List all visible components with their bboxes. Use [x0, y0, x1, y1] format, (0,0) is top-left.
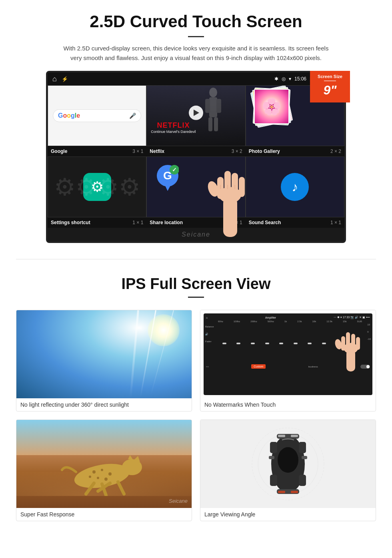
cheetah-svg — [54, 448, 154, 496]
google-size: 3 × 1 — [132, 149, 143, 154]
app-cell-sound[interactable]: ♪ — [246, 157, 344, 217]
svg-rect-49 — [302, 456, 307, 459]
section1-title: 2.5D Curved Touch Screen — [24, 12, 368, 31]
badge-divider — [324, 80, 336, 81]
cheetah-caption: Super Fast Response — [16, 508, 192, 521]
amp-title: Amplifier — [265, 316, 276, 319]
mic-icon[interactable]: 🎤 — [129, 112, 136, 119]
sunlight-card: No light reflecting under 360° direct su… — [16, 310, 192, 411]
svg-point-45 — [278, 447, 298, 473]
sound-size: 1 × 1 — [330, 220, 341, 225]
settings-inner: ⚙⚙⚙⚙ ⚙ — [48, 157, 146, 217]
netflix-play-button[interactable] — [189, 106, 203, 120]
svg-point-22 — [344, 343, 358, 353]
wifi-icon: ▾ — [289, 76, 291, 82]
badge-size: 9" — [312, 83, 348, 98]
section1-description: With 2.5D curved-display screen, this de… — [60, 44, 332, 63]
netflix-subtitle: Continue Marvel's Daredevil — [151, 130, 196, 134]
amp-icons: ⋯ ✱ ▾ 17:33 📷 🔊 ✕ ▣ ⟵ — [334, 316, 370, 319]
section1-curved-touch: 2.5D Curved Touch Screen With 2.5D curve… — [0, 0, 392, 251]
svg-marker-31 — [128, 455, 133, 460]
svg-rect-26 — [356, 337, 360, 350]
svg-marker-8 — [165, 185, 171, 191]
settings-label: Settings shortcut — [51, 220, 90, 225]
amp-screen: ⌂ Amplifier ⋯ ✱ ▾ 17:33 📷 🔊 ✕ ▣ ⟵ 60hz10… — [204, 313, 372, 395]
svg-point-41 — [89, 476, 91, 478]
svg-rect-24 — [346, 332, 350, 350]
seicane-watermark-1: Seicane — [48, 228, 344, 241]
app-label-row-2: Settings shortcut 1 × 1 Share location 1… — [48, 217, 344, 228]
app-cell-google[interactable]: Google 🎤 — [48, 85, 146, 146]
svg-rect-11 — [223, 197, 237, 237]
app-label-settings: Settings shortcut 1 × 1 — [48, 217, 146, 228]
share-label: Share location — [150, 220, 183, 225]
gmaps-icon: G ✓ — [157, 165, 179, 191]
svg-rect-1 — [209, 97, 217, 117]
google-logo: Google — [58, 112, 80, 119]
svg-rect-57 — [291, 491, 298, 493]
netflix-label: Netflix — [150, 149, 164, 154]
svg-rect-55 — [291, 435, 298, 437]
usb-icon: ⚡ — [62, 76, 68, 82]
svg-rect-23 — [341, 336, 345, 351]
gallery-stack-container: 🌸 — [249, 89, 294, 124]
google-inner: Google 🎤 — [48, 86, 146, 146]
hand-touch-icon — [203, 149, 251, 237]
svg-rect-16 — [239, 177, 245, 197]
svg-rect-52 — [270, 475, 277, 486]
gps-icon: ◎ — [282, 76, 286, 82]
car-caption: Large Viewing Angle — [200, 508, 376, 521]
svg-text:✓: ✓ — [172, 167, 177, 173]
amp-hand-icon — [332, 319, 364, 371]
google-label: Google — [51, 149, 67, 154]
cheetah-card: Seicane Super Fast Response — [16, 420, 192, 521]
app-label-gallery: Photo Gallery 2 × 2 — [246, 146, 344, 157]
app-grid-top: Google 🎤 — [48, 85, 344, 146]
amplifier-image: ⌂ Amplifier ⋯ ✱ ▾ 17:33 📷 🔊 ✕ ▣ ⟵ 60hz10… — [200, 310, 376, 398]
gallery-label: Photo Gallery — [249, 149, 280, 154]
amp-scale: 10 0 -10 — [367, 323, 371, 340]
time-display: 15:06 — [294, 76, 306, 82]
svg-rect-54 — [278, 435, 285, 437]
netflix-brand: NETFLIX — [151, 121, 196, 130]
svg-rect-50 — [270, 442, 277, 453]
svg-rect-53 — [299, 475, 306, 486]
svg-point-36 — [92, 470, 96, 474]
share-inner: G ✓ — [147, 157, 245, 217]
svg-point-40 — [104, 478, 108, 481]
cheetah-image: Seicane — [16, 420, 192, 508]
settings-bg-pattern: ⚙⚙⚙⚙ — [54, 173, 140, 201]
sound-inner: ♪ — [246, 157, 344, 217]
status-bar: ⌂ ⚡ ✱ ◎ ▾ 15:06 📷 🔊 ✕ ▣ — [48, 72, 344, 85]
device-screen: ⌂ ⚡ ✱ ◎ ▾ 15:06 📷 🔊 ✕ ▣ — [46, 71, 346, 243]
sunlight-caption: No light reflecting under 360° direct su… — [16, 398, 192, 411]
home-icon[interactable]: ⌂ — [52, 75, 57, 83]
daredevil-silhouette — [201, 88, 225, 132]
svg-point-38 — [108, 472, 112, 476]
svg-rect-25 — [351, 334, 355, 350]
svg-rect-48 — [269, 456, 274, 459]
svg-rect-3 — [216, 99, 221, 113]
bluetooth-icon: ✱ — [274, 76, 278, 82]
sunlight-image — [16, 310, 192, 398]
app-cell-netflix[interactable]: NETFLIX Continue Marvel's Daredevil — [146, 85, 245, 146]
app-cell-share[interactable]: G ✓ — [146, 157, 245, 217]
svg-line-35 — [118, 482, 124, 494]
amp-home-icon: ⌂ — [206, 316, 208, 319]
music-note-icon: ♪ — [292, 180, 298, 195]
svg-point-0 — [209, 88, 217, 97]
amp-custom-button[interactable]: Custom — [251, 364, 266, 369]
app-grid-bottom: ⚙⚙⚙⚙ ⚙ G — [48, 157, 344, 217]
google-search-bar[interactable]: Google 🎤 — [53, 109, 141, 122]
app-cell-settings[interactable]: ⚙⚙⚙⚙ ⚙ — [48, 157, 146, 217]
svg-rect-14 — [224, 171, 231, 197]
screen-size-badge: Screen Size 9" — [310, 71, 350, 102]
amp-side-labels: Balance 🔊 Fader — [205, 325, 214, 343]
section2-divider — [188, 297, 204, 298]
sound-icon-wrap: ♪ — [281, 173, 309, 201]
gallery-main-photo: 🌸 — [254, 89, 289, 124]
netflix-logo: NETFLIX Continue Marvel's Daredevil — [151, 121, 196, 134]
svg-point-37 — [101, 469, 103, 471]
section-divider — [16, 259, 376, 259]
amp-prev-icon: << — [206, 365, 209, 368]
